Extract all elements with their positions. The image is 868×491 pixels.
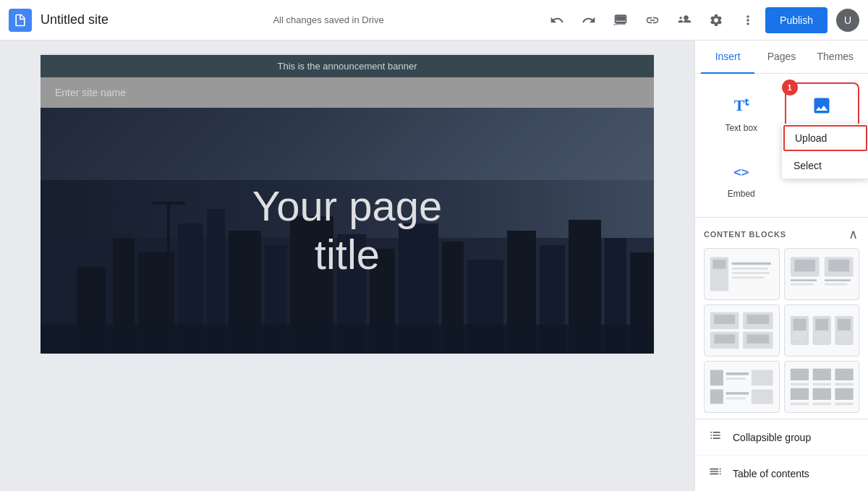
site-frame: This is the announcement banner Enter si… [41,55,654,354]
table-of-contents-item[interactable]: Table of contents [695,456,868,491]
tab-themes-label: Themes [817,51,854,62]
svg-rect-59 [752,370,773,385]
svg-rect-25 [712,260,726,269]
svg-rect-60 [710,390,723,404]
toc-label: Table of contents [733,468,809,479]
collapsible-group-item[interactable]: Collapsible group [695,419,868,456]
images-dropdown: Upload Select [782,124,868,179]
svg-rect-29 [732,277,765,279]
insert-textbox[interactable]: Tᵗ Text box [704,82,779,143]
site-header-bar: Enter site name [41,77,654,108]
svg-rect-43 [746,315,769,324]
svg-rect-72 [835,388,853,400]
svg-rect-57 [726,372,749,375]
svg-rect-62 [726,397,746,399]
app-logo [9,9,32,32]
svg-rect-49 [793,337,803,340]
hero-section[interactable]: Your page title [41,108,654,354]
svg-rect-70 [790,388,808,400]
select-option[interactable]: Select [782,153,868,179]
announcement-banner[interactable]: This is the announcement banner [41,55,654,77]
user-avatar[interactable]: U [836,9,859,32]
more-button[interactable] [733,6,762,35]
svg-rect-64 [790,369,808,380]
block-thumb-6[interactable] [784,361,860,413]
insert-section: Tᵗ Text box 1 Images [695,74,868,218]
section-title: CONTENT BLOCKS [704,230,786,239]
svg-rect-27 [732,268,768,270]
save-status: All changes saved in Drive [120,14,537,25]
svg-rect-41 [714,334,735,343]
textbox-icon: Tᵗ [728,93,754,119]
embed-icon: <> [728,158,754,184]
undo-button[interactable] [542,6,571,35]
hero-text[interactable]: Your page title [252,182,442,278]
svg-rect-39 [714,315,735,324]
redo-button[interactable] [574,6,603,35]
svg-rect-58 [726,377,746,380]
collapsible-group-label: Collapsible group [733,432,811,443]
svg-rect-68 [812,383,830,386]
svg-rect-69 [835,383,853,386]
content-blocks-section: CONTENT BLOCKS ∧ [695,218,868,419]
save-status-text: All changes saved in Drive [273,14,383,25]
svg-rect-26 [732,262,771,265]
site-title[interactable]: Untitled site [41,12,109,27]
svg-rect-75 [835,403,853,406]
tab-pages-label: Pages [767,51,796,62]
svg-rect-51 [815,319,828,330]
collapsible-icon [707,428,724,446]
svg-rect-71 [812,388,830,400]
collapse-button[interactable]: ∧ [847,225,859,244]
publish-button[interactable]: Publish [765,7,827,33]
images-icon [809,93,835,119]
canvas-below [41,354,654,491]
settings-button[interactable] [702,6,731,35]
svg-rect-73 [790,403,808,406]
header-actions: Publish U [542,6,859,35]
svg-rect-37 [824,283,847,286]
main-layout: /* ruler ticks */ This is the announceme… [0,40,868,491]
textbox-label: Text box [725,123,757,133]
block-thumb-4[interactable] [784,304,860,356]
sidebar-content: Tᵗ Text box 1 Images [695,74,868,491]
svg-rect-74 [812,403,830,406]
svg-rect-36 [824,279,850,281]
svg-rect-47 [793,319,806,330]
svg-rect-56 [710,370,723,385]
svg-rect-45 [746,334,769,343]
tab-insert[interactable]: Insert [701,40,754,74]
badge-1: 1 [782,80,798,95]
embed-label: Embed [728,189,755,199]
svg-rect-66 [835,369,853,380]
tab-themes[interactable]: Themes [809,40,862,74]
sidebar: Insert Pages Themes Tᵗ Text box [694,40,868,491]
link-button[interactable] [638,6,667,35]
svg-rect-67 [790,383,808,386]
svg-rect-65 [812,369,830,380]
preview-button[interactable] [606,6,635,35]
block-thumb-1[interactable] [704,248,780,300]
svg-rect-34 [790,279,816,281]
tab-insert-label: Insert [715,51,741,62]
upload-option[interactable]: Upload [783,125,867,151]
svg-rect-54 [837,319,850,330]
hero-line2: title [252,231,442,279]
svg-rect-31 [794,260,815,271]
app-header: Untitled site All changes saved in Drive… [0,0,868,40]
ruler: /* ruler ticks */ [41,46,654,55]
site-name-placeholder[interactable]: Enter site name [55,87,126,98]
block-thumb-3[interactable] [704,304,780,356]
svg-rect-28 [732,272,770,274]
insert-embed[interactable]: <> Embed [704,149,779,208]
svg-rect-33 [828,260,849,271]
block-thumb-5[interactable] [704,361,780,413]
svg-rect-35 [790,283,813,286]
tab-pages[interactable]: Pages [754,40,808,74]
announcement-text: This is the announcement banner [278,61,417,72]
toc-icon [707,464,724,482]
share-button[interactable] [670,6,699,35]
block-thumb-2[interactable] [784,248,860,300]
canvas-area: /* ruler ticks */ This is the announceme… [0,40,694,491]
svg-rect-48 [793,333,806,336]
